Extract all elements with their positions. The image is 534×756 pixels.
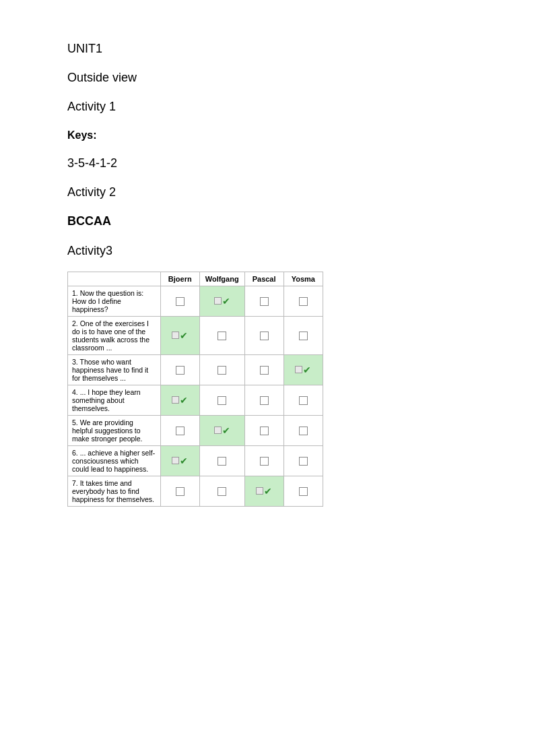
activity3-label: Activity3 [67,243,467,259]
checkbox-icon [218,457,226,466]
checkbox-icon [299,332,308,340]
table-row: 6. ... achieve a higher self-consciousne… [68,445,323,476]
col-header-pascal: Pascal [244,272,283,286]
small-checkbox-icon [172,457,179,464]
checkbox-icon [176,427,185,435]
cell-wolfgang-row2 [199,316,244,354]
table-row: 5. We are providing helpful suggestions … [68,415,323,445]
small-checkbox-icon [214,297,222,305]
cell-pascal-row1 [244,286,283,316]
bccaa-label: BCCAA [67,213,467,230]
cell-pascal-row4 [244,385,283,415]
cell-yosma-row3: ✔ [283,354,323,385]
col-header-bjoern: Bjoern [160,272,199,286]
checkbox-icon [218,487,226,496]
cell-wolfgang-row7 [199,476,244,506]
small-checkbox-icon [214,427,222,434]
checkmark-icon: ✔ [303,365,311,375]
checkbox-icon [260,366,269,375]
cell-yosma-row6 [283,445,323,476]
checkbox-icon [299,427,308,435]
checkbox-icon [218,366,226,375]
cell-bjoern-row4: ✔ [160,385,199,415]
checkbox-icon [260,332,269,340]
small-checkbox-icon [172,396,179,404]
checkbox-icon [260,396,269,405]
checkbox-icon [176,366,185,375]
col-header-question [68,272,161,286]
activity1-label: Activity 1 [67,98,467,115]
cell-bjoern-row7 [160,476,199,506]
checkmark-icon: ✔ [180,455,188,466]
cell-wolfgang-row1: ✔ [199,286,244,316]
table-row: 1. Now the question is: How do I define … [68,286,323,316]
small-checkbox-icon [295,366,302,373]
cell-yosma-row2 [283,316,323,354]
checkbox-icon [176,297,185,306]
cell-wolfgang-row4 [199,385,244,415]
cell-bjoern-row3 [160,354,199,385]
checkbox-icon [260,427,269,435]
cell-yosma-row7 [283,476,323,506]
checkbox-icon [299,457,308,466]
checkmark-icon: ✔ [180,330,188,341]
cell-wolfgang-row5: ✔ [199,415,244,445]
cell-bjoern-row2: ✔ [160,316,199,354]
table-row: 2. One of the exercises I do is to have … [68,316,323,354]
cell-pascal-row6 [244,445,283,476]
small-checkbox-icon [172,332,179,339]
checkmark-icon: ✔ [180,395,188,406]
checkbox-icon [299,487,308,496]
checkmark-icon: ✔ [222,425,230,436]
col-header-wolfgang: Wolfgang [199,272,244,286]
cell-yosma-row4 [283,385,323,415]
cell-wolfgang-row6 [199,445,244,476]
small-checkbox-icon [256,487,263,495]
cell-yosma-row5 [283,415,323,445]
checkbox-icon [299,297,308,306]
cell-bjoern-row6: ✔ [160,445,199,476]
cell-bjoern-row1 [160,286,199,316]
cell-bjoern-row5 [160,415,199,445]
activity2-label: Activity 2 [67,184,467,201]
table-header-row: Bjoern Wolfgang Pascal Yosma [68,272,323,286]
checkmark-icon: ✔ [222,296,230,307]
cell-yosma-row1 [283,286,323,316]
checkbox-icon [218,332,226,340]
checkbox-icon [260,457,269,466]
checkbox-icon [260,297,269,306]
checkbox-icon [176,487,185,496]
cell-wolfgang-row3 [199,354,244,385]
table-row: 7. It takes time and everybody has to fi… [68,476,323,506]
checkmark-icon: ✔ [264,486,272,497]
cell-pascal-row3 [244,354,283,385]
outside-view-title: Outside view [67,69,467,86]
activity3-table: Bjoern Wolfgang Pascal Yosma 1. Now the … [67,272,323,507]
cell-pascal-row2 [244,316,283,354]
unit-title: UNIT1 [67,40,467,57]
table-row: 3. Those who want happiness have to find… [68,354,323,385]
cell-pascal-row5 [244,415,283,445]
table-row: 4. ... I hope they learn something about… [68,385,323,415]
keys-value: 3-5-4-1-2 [67,155,467,172]
checkbox-icon [299,396,308,405]
keys-label: Keys: [67,128,467,143]
cell-pascal-row7: ✔ [244,476,283,506]
col-header-yosma: Yosma [283,272,323,286]
checkbox-icon [218,396,226,405]
